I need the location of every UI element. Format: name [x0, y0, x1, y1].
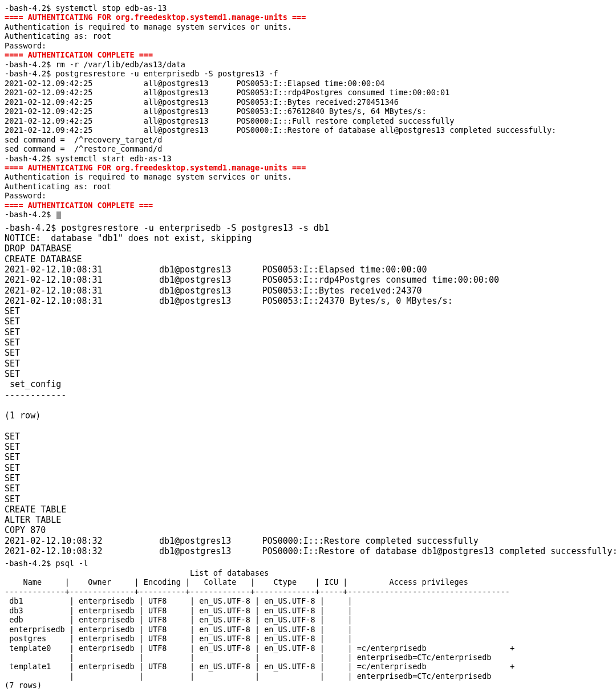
prompt-line[interactable]: -bash-4.2$ systemctl start edb-as-13	[5, 154, 611, 163]
cmd-psql-list: psql -l	[55, 559, 88, 568]
log-line: 2021-02-12.09:42:25 all@postgres13 POS00…	[5, 97, 611, 107]
auth-complete: ==== AUTHENTICATION COMPLETE ===	[5, 201, 611, 210]
set-line: SET	[5, 337, 611, 348]
restore-log: 2021-02-12.10:08:31 db1@postgres13 POS00…	[5, 264, 611, 306]
auth-for: ==== AUTHENTICATING FOR org.freedesktop.…	[5, 13, 611, 22]
log-line: 2021-02-12.10:08:31 db1@postgres13 POS00…	[5, 286, 611, 296]
auth-required: Authentication is required to manage sys…	[5, 172, 611, 181]
blank	[5, 421, 611, 431]
db-list-separator: -------------+--------------+----------+…	[5, 587, 611, 596]
table-row: | | | | | | enterprisedb=CTc/enterprised…	[5, 653, 611, 662]
sed-line: sed command = /^restore_command/d	[5, 144, 611, 153]
set-line: SET	[5, 442, 611, 452]
log-line: 2021-02-12.09:42:25 all@postgres13 POS00…	[5, 79, 611, 88]
alter-table: ALTER TABLE	[5, 515, 611, 525]
cursor-icon	[56, 211, 60, 219]
table-row: template1 | enterprisedb | UTF8 | en_US.…	[5, 662, 611, 671]
auth-complete: ==== AUTHENTICATION COMPLETE ===	[5, 50, 611, 59]
table-row: edb | enterprisedb | UTF8 | en_US.UTF-8 …	[5, 615, 611, 624]
log-line: 2021-02-12.10:08:32 db1@postgres13 POS00…	[5, 546, 611, 556]
prompt-line[interactable]: -bash-4.2$ rm -r /var/lib/edb/as13/data	[5, 60, 611, 69]
set-line: SET	[5, 369, 611, 379]
log-line: 2021-02-12.09:42:25 all@postgres13 POS00…	[5, 116, 611, 125]
log-line: 2021-02-12.10:08:32 db1@postgres13 POS00…	[5, 536, 611, 546]
auth-as: Authenticating as: root	[5, 182, 611, 191]
set-line: SET	[5, 452, 611, 462]
prompt-line[interactable]: -bash-4.2$ systemctl stop edb-as-13	[5, 3, 611, 13]
table-row: | | | | | | enterprisedb=CTc/enterprised…	[5, 671, 611, 681]
one-row: (1 row)	[5, 410, 611, 421]
password-prompt[interactable]: Password:	[5, 41, 611, 50]
auth-as: Authenticating as: root	[5, 31, 611, 40]
drop-db: DROP DATABASE	[5, 243, 611, 254]
log-line: 2021-02-12.09:42:25 all@postgres13 POS00…	[5, 125, 611, 135]
create-db: CREATE DATABASE	[5, 254, 611, 264]
prompt-line[interactable]: -bash-4.2$ postgresrestore -u enterprise…	[5, 223, 611, 233]
log-line: 2021-02-12.09:42:25 all@postgres13 POS00…	[5, 88, 611, 97]
cmd-stop: systemctl stop edb-as-13	[55, 3, 167, 13]
cmd-rm: rm -r /var/lib/edb/as13/data	[55, 60, 185, 69]
auth-required: Authentication is required to manage sys…	[5, 22, 611, 31]
set-block: SETSETSETSETSETSETSET	[5, 432, 611, 504]
set-line: SET	[5, 463, 611, 473]
set-line: SET	[5, 316, 611, 327]
set-line: SET	[5, 494, 611, 504]
table-row: db3 | enterprisedb | UTF8 | en_US.UTF-8 …	[5, 606, 611, 615]
set-line: SET	[5, 473, 611, 483]
table-row: db1 | enterprisedb | UTF8 | en_US.UTF-8 …	[5, 596, 611, 605]
table-row: postgres | enterprisedb | UTF8 | en_US.U…	[5, 634, 611, 643]
db-list-rows: db1 | enterprisedb | UTF8 | en_US.UTF-8 …	[5, 596, 611, 681]
db-list-header: Name | Owner | Encoding | Collate | Ctyp…	[5, 577, 611, 587]
password-prompt[interactable]: Password:	[5, 191, 611, 200]
db-list-title: List of databases	[5, 568, 611, 577]
set-line: SET	[5, 348, 611, 358]
table-row: template0 | enterprisedb | UTF8 | en_US.…	[5, 644, 611, 653]
copy-count: COPY 870	[5, 525, 611, 535]
prompt-line[interactable]: -bash-4.2$ postgresrestore -u enterprise…	[5, 69, 611, 78]
db-row-count: (7 rows)	[5, 681, 611, 690]
prompt-line[interactable]: -bash-4.2$ psql -l	[5, 559, 611, 568]
shell-prompt: -bash-4.2$	[5, 3, 55, 13]
auth-for: ==== AUTHENTICATING FOR org.freedesktop.…	[5, 163, 611, 172]
log-line: 2021-02-12.10:08:31 db1@postgres13 POS00…	[5, 296, 611, 306]
dashes: ------------	[5, 390, 611, 400]
restore-end-log: 2021-02-12.10:08:32 db1@postgres13 POS00…	[5, 536, 611, 557]
set-line: SET	[5, 306, 611, 316]
cmd-restore-db1: postgresrestore -u enterprisedb -S postg…	[61, 223, 329, 233]
cmd-start: systemctl start edb-as-13	[55, 154, 171, 163]
restore-log: 2021-02-12.09:42:25 all@postgres13 POS00…	[5, 79, 611, 135]
shell-prompt-idle[interactable]: -bash-4.2$	[5, 210, 611, 219]
set-config: set_config	[5, 379, 611, 389]
log-line: 2021-02-12.10:08:31 db1@postgres13 POS00…	[5, 264, 611, 275]
create-table: CREATE TABLE	[5, 504, 611, 515]
table-row: enterprisedb | enterprisedb | UTF8 | en_…	[5, 625, 611, 634]
cmd-restore-full: postgresrestore -u enterprisedb -S postg…	[55, 69, 278, 78]
notice-line: NOTICE: database "db1" does not exist, s…	[5, 233, 611, 243]
log-line: 2021-02-12.10:08:31 db1@postgres13 POS00…	[5, 275, 611, 285]
blank	[5, 400, 611, 410]
set-line: SET	[5, 483, 611, 494]
set-line: SET	[5, 432, 611, 442]
log-line: 2021-02-12.09:42:25 all@postgres13 POS00…	[5, 107, 611, 116]
set-line: SET	[5, 359, 611, 369]
set-line: SET	[5, 327, 611, 337]
set-block: SETSETSETSETSETSETSET	[5, 306, 611, 379]
sed-line: sed command = /^recovery_target/d	[5, 135, 611, 144]
